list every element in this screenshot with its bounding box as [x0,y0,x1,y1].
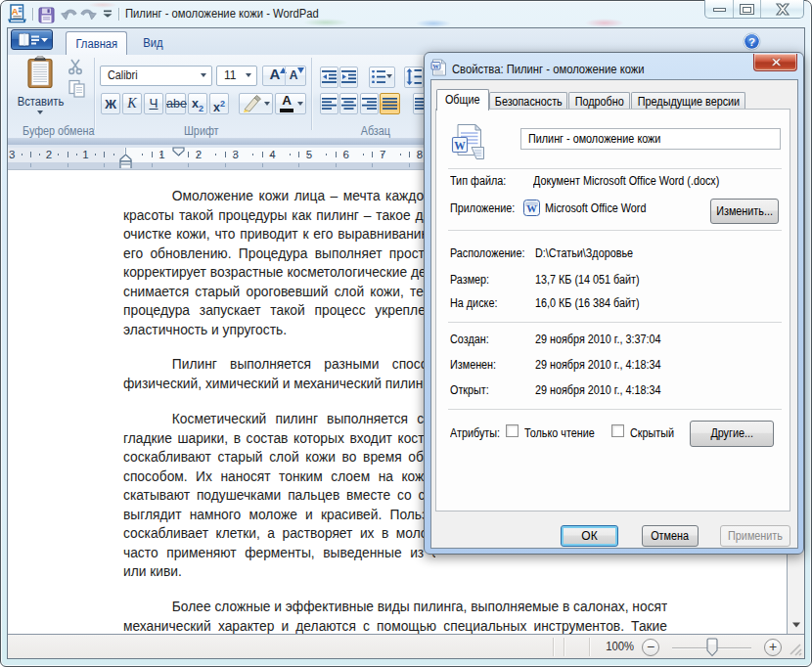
svg-text:W: W [432,63,439,69]
svg-text:W: W [526,203,537,214]
svg-text:?: ? [748,36,755,48]
svg-text:W: W [454,140,466,152]
svg-text:A: A [12,6,19,17]
